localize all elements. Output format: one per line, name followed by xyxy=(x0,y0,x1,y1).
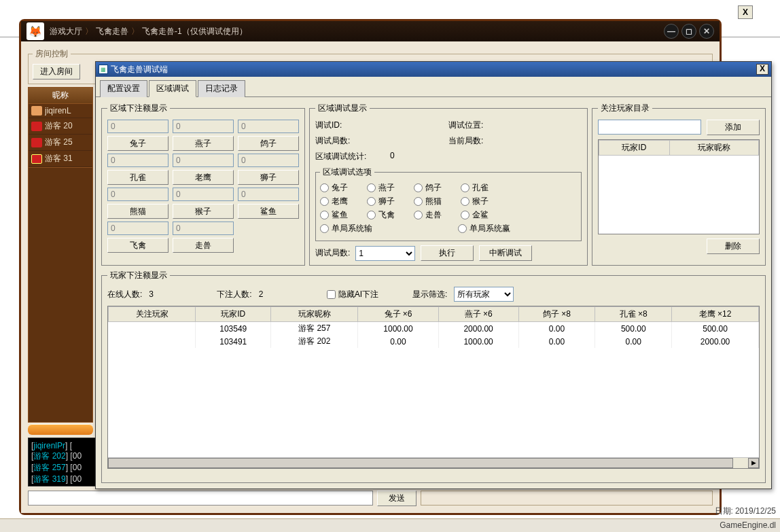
breadcrumb-2[interactable]: 飞禽走兽-1（仅供调试使用） xyxy=(142,26,247,37)
stop-debug-button[interactable]: 中断调试 xyxy=(479,245,532,261)
execute-button[interactable]: 执行 xyxy=(421,245,474,261)
players-row[interactable]: 103491游客 2020.001000.000.000.002000.00 xyxy=(109,335,759,348)
animal-button[interactable]: 飞禽 xyxy=(107,238,169,253)
debug-options-legend: 区域调试选项 xyxy=(320,166,374,178)
watch-col-id[interactable]: 玩家ID xyxy=(599,141,670,156)
watch-list-legend: 关注玩家目录 xyxy=(598,103,652,114)
players-cell: 2000.00 xyxy=(672,335,759,348)
debug-option-radio[interactable]: 燕子 xyxy=(367,182,395,194)
main-titlebar: 🦊 游戏大厅 〉 飞禽走兽 〉 飞禽走兽-1（仅供调试使用） — ◻ ✕ xyxy=(21,21,720,41)
player-row[interactable]: 游客 31 xyxy=(29,151,92,167)
bet-value-input xyxy=(238,154,299,167)
debug-option-radio[interactable]: 飞禽 xyxy=(367,209,395,221)
dialog-title: 飞禽走兽调试端 xyxy=(111,64,168,75)
player-row[interactable]: 游客 25 xyxy=(29,135,92,151)
players-col-header[interactable]: 燕子 ×6 xyxy=(438,307,518,322)
breadcrumb-1[interactable]: 飞禽走兽 xyxy=(96,26,128,37)
debug-rounds-select[interactable]: 1 xyxy=(355,246,415,261)
betting-label: 下注人数: xyxy=(217,289,251,300)
debug-pos-label: 调试位置: xyxy=(448,120,510,131)
debug-option-radio[interactable]: 孔雀 xyxy=(461,182,489,194)
player-row[interactable]: 游客 20 xyxy=(29,118,92,135)
players-col-header[interactable]: 老鹰 ×12 xyxy=(672,307,759,322)
players-col-header[interactable]: 兔子 ×6 xyxy=(358,307,438,322)
tab-config[interactable]: 配置设置 xyxy=(100,80,147,97)
debug-option-radio[interactable]: 兔子 xyxy=(320,182,348,194)
players-row[interactable]: 103549游客 2571000.002000.000.00500.00500.… xyxy=(109,322,759,336)
bet-value-input xyxy=(107,120,169,133)
outer-close-button[interactable]: X xyxy=(738,5,753,19)
animal-button[interactable]: 老鹰 xyxy=(173,170,234,185)
animal-button[interactable]: 孔雀 xyxy=(107,170,169,185)
players-col-header[interactable]: 玩家昵称 xyxy=(271,307,358,322)
players-cell: 游客 257 xyxy=(271,322,358,336)
watch-delete-button[interactable]: 删除 xyxy=(707,238,760,254)
tab-log[interactable]: 日志记录 xyxy=(198,80,245,97)
animal-button[interactable]: 熊猫 xyxy=(107,204,169,219)
room-control-legend: 房间控制 xyxy=(33,48,71,60)
players-cell: 0.00 xyxy=(595,335,672,348)
bet-value-input xyxy=(238,120,299,133)
bet-display-fieldset: 区域下注额显示 兔子燕子鸽子孔雀老鹰狮子熊猫猴子鲨鱼飞禽走兽 xyxy=(101,103,305,266)
send-button[interactable]: 发送 xyxy=(377,491,416,506)
close-button[interactable]: ✕ xyxy=(699,24,714,39)
players-col-header[interactable]: 关注玩家 xyxy=(109,307,196,322)
players-cell: 0.00 xyxy=(358,335,438,348)
debug-option-radio[interactable]: 狮子 xyxy=(367,196,395,207)
players-col-header[interactable]: 玩家ID xyxy=(196,307,271,322)
minimize-button[interactable]: — xyxy=(664,24,679,39)
chat-input[interactable] xyxy=(28,491,373,506)
players-col-header[interactable]: 孔雀 ×8 xyxy=(595,307,672,322)
user-icon xyxy=(31,106,42,116)
gamepad-icon xyxy=(31,122,42,131)
dialog-close-button[interactable]: X xyxy=(756,64,768,75)
watch-input[interactable] xyxy=(598,120,701,135)
hide-ai-checkbox[interactable] xyxy=(327,290,336,299)
players-cell: 1000.00 xyxy=(438,335,518,348)
debug-option-radio[interactable]: 猴子 xyxy=(461,196,489,207)
filter-select[interactable]: 所有玩家 xyxy=(454,287,514,302)
animal-button[interactable]: 猴子 xyxy=(173,204,234,219)
watch-add-button[interactable]: 添加 xyxy=(707,120,760,135)
filter-label: 显示筛选: xyxy=(412,289,447,300)
tab-area-debug[interactable]: 区域调试 xyxy=(149,80,196,97)
players-grid[interactable]: 关注玩家玩家ID玩家昵称兔子 ×6燕子 ×6鸽子 ×8孔雀 ×8老鹰 ×12 1… xyxy=(107,306,760,469)
watch-col-nick[interactable]: 玩家昵称 xyxy=(669,141,758,156)
player-name: 游客 20 xyxy=(45,120,73,132)
debug-option-radio[interactable]: 鲨鱼 xyxy=(320,209,348,221)
debug-option-radio[interactable]: 走兽 xyxy=(414,209,442,221)
maximize-button[interactable]: ◻ xyxy=(681,24,696,39)
players-cell: 103491 xyxy=(196,335,271,348)
tabstrip: 配置设置 区域调试 日志记录 xyxy=(96,77,771,97)
animal-button[interactable]: 鲨鱼 xyxy=(238,204,299,219)
debug-option-radio[interactable]: 单局系统输 xyxy=(320,223,372,234)
players-grid-hscroll[interactable]: ▶ xyxy=(108,457,759,468)
player-name: jiqirenL xyxy=(45,106,71,116)
debug-option-radio[interactable]: 鸽子 xyxy=(414,182,442,194)
debug-id-label: 调试ID: xyxy=(315,120,376,131)
debug-option-radio[interactable]: 老鹰 xyxy=(320,196,348,207)
dialog-titlebar[interactable]: ▦ 飞禽走兽调试端 X xyxy=(96,62,771,77)
status-bar: GameEngine.dl xyxy=(0,518,780,532)
player-list-scrollbar[interactable] xyxy=(28,424,93,435)
animal-button[interactable]: 走兽 xyxy=(173,238,234,253)
watch-grid[interactable]: 玩家ID 玩家昵称 xyxy=(598,139,760,234)
enter-room-button[interactable]: 进入房间 xyxy=(33,64,80,79)
players-cell: 游客 202 xyxy=(271,335,358,348)
debug-option-radio[interactable]: 熊猫 xyxy=(414,196,442,207)
animal-button[interactable]: 燕子 xyxy=(173,136,234,151)
players-col-header[interactable]: 鸽子 ×8 xyxy=(518,307,595,322)
animal-button[interactable]: 狮子 xyxy=(238,170,299,185)
chat-extra-box xyxy=(421,491,713,506)
debug-stat-value: 0 xyxy=(390,151,431,162)
players-cell: 500.00 xyxy=(595,322,672,336)
player-row[interactable]: jiqirenL xyxy=(29,104,92,118)
animal-button[interactable]: 兔子 xyxy=(107,136,169,151)
debug-option-radio[interactable]: 金鲨 xyxy=(461,209,489,221)
area-debug-legend: 区域调试显示 xyxy=(315,103,370,114)
animal-button[interactable]: 鸽子 xyxy=(238,136,299,151)
debug-rounds2-label: 调试局数: xyxy=(315,247,350,259)
bet-value-input xyxy=(107,154,169,167)
breadcrumb-0[interactable]: 游戏大厅 xyxy=(50,26,82,37)
debug-option-radio[interactable]: 单局系统赢 xyxy=(458,223,510,234)
